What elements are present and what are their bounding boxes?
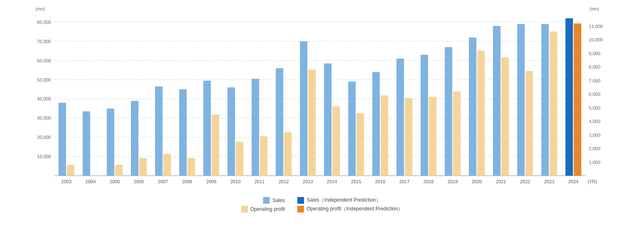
svg-text:7,000: 7,000 — [589, 78, 601, 83]
svg-text:(YR): (YR) — [588, 179, 597, 184]
svg-rect-42 — [155, 87, 163, 176]
svg-text:40,000: 40,000 — [37, 96, 51, 101]
svg-rect-34 — [83, 111, 90, 176]
svg-text:2021: 2021 — [496, 179, 506, 184]
svg-rect-32 — [67, 165, 74, 176]
legend-profit-label: Operating profit — [250, 206, 285, 212]
legend-profit-pred-box — [297, 206, 304, 213]
svg-rect-66 — [348, 82, 356, 176]
svg-text:20,000: 20,000 — [37, 135, 51, 140]
svg-rect-31 — [59, 103, 66, 176]
svg-rect-37 — [115, 165, 123, 176]
svg-rect-48 — [203, 81, 211, 176]
svg-text:2008: 2008 — [182, 179, 192, 184]
svg-text:2010: 2010 — [230, 179, 240, 184]
legend-sales-pred: Sales（Independent Prediction） — [297, 197, 381, 204]
legend-sales: Sales — [263, 197, 285, 204]
svg-rect-82 — [477, 51, 485, 176]
svg-text:2005: 2005 — [110, 179, 120, 184]
svg-text:3,000: 3,000 — [589, 133, 601, 138]
svg-rect-52 — [236, 142, 243, 176]
svg-text:2017: 2017 — [399, 179, 409, 184]
svg-text:60,000: 60,000 — [37, 58, 51, 63]
svg-text:5,000: 5,000 — [589, 105, 601, 110]
svg-rect-72 — [396, 59, 404, 176]
svg-text:2014: 2014 — [327, 179, 337, 184]
svg-text:1,000: 1,000 — [589, 160, 601, 165]
svg-rect-39 — [131, 101, 138, 176]
svg-rect-70 — [381, 95, 388, 176]
legend-sales-pred-box — [297, 197, 304, 204]
svg-text:2018: 2018 — [424, 179, 434, 184]
svg-rect-73 — [405, 98, 412, 176]
svg-rect-75 — [421, 55, 428, 176]
svg-text:2,000: 2,000 — [589, 146, 601, 151]
chart-container: 80,00070,00060,00050,00040,00030,00020,0… — [0, 0, 644, 251]
svg-rect-79 — [453, 92, 461, 176]
svg-text:2015: 2015 — [351, 179, 361, 184]
svg-rect-55 — [260, 136, 268, 176]
svg-rect-85 — [501, 57, 509, 176]
svg-text:9,000: 9,000 — [589, 51, 601, 56]
svg-rect-60 — [300, 41, 307, 176]
svg-text:2004: 2004 — [85, 179, 95, 184]
svg-rect-43 — [164, 154, 171, 176]
svg-text:(mn): (mn) — [36, 6, 45, 11]
svg-text:8,000: 8,000 — [589, 64, 601, 69]
svg-rect-69 — [372, 72, 380, 176]
svg-rect-64 — [332, 106, 340, 176]
svg-rect-94 — [574, 23, 581, 176]
svg-rect-90 — [541, 24, 549, 176]
svg-rect-61 — [308, 70, 316, 176]
svg-rect-45 — [179, 90, 187, 176]
svg-rect-88 — [526, 71, 533, 176]
svg-rect-91 — [549, 32, 557, 176]
svg-text:2022: 2022 — [520, 179, 530, 184]
legend-sales-label: Sales — [272, 197, 285, 203]
svg-text:2011: 2011 — [254, 179, 264, 184]
legend-row2: Operating profit Operating profit（Indepe… — [33, 205, 611, 213]
svg-rect-63 — [324, 64, 332, 176]
svg-text:10,000: 10,000 — [589, 37, 603, 42]
svg-text:30,000: 30,000 — [37, 115, 51, 120]
legend-profit: Operating profit — [241, 206, 285, 213]
svg-rect-46 — [188, 158, 195, 176]
legend-sales-box — [263, 197, 270, 204]
svg-text:70,000: 70,000 — [37, 39, 51, 44]
svg-text:6,000: 6,000 — [589, 92, 601, 97]
svg-rect-54 — [252, 79, 259, 176]
legend-profit-box — [241, 206, 248, 213]
svg-text:2003: 2003 — [61, 179, 72, 184]
svg-rect-51 — [227, 87, 235, 176]
legend-profit-pred: Operating profit（Independent Prediction） — [297, 205, 403, 213]
svg-text:2007: 2007 — [158, 179, 168, 184]
chart-svg: 80,00070,00060,00050,00040,00030,00020,0… — [33, 8, 611, 188]
svg-rect-93 — [565, 18, 573, 176]
legend: Sales Sales（Independent Prediction） — [33, 197, 611, 204]
svg-rect-78 — [445, 47, 452, 176]
svg-text:2023: 2023 — [544, 179, 554, 184]
svg-text:2019: 2019 — [447, 179, 457, 184]
svg-text:2012: 2012 — [279, 179, 289, 184]
svg-rect-57 — [276, 68, 283, 176]
svg-text:11,000: 11,000 — [589, 24, 603, 29]
svg-text:2009: 2009 — [206, 179, 216, 184]
svg-text:80,000: 80,000 — [37, 20, 51, 25]
svg-rect-76 — [429, 97, 437, 176]
svg-text:2006: 2006 — [134, 179, 144, 184]
svg-rect-36 — [107, 108, 114, 176]
svg-text:2024: 2024 — [568, 179, 578, 184]
svg-rect-58 — [284, 132, 291, 176]
svg-text:4,000: 4,000 — [589, 119, 601, 124]
svg-text:2016: 2016 — [375, 179, 385, 184]
chart-area: 80,00070,00060,00050,00040,00030,00020,0… — [33, 8, 611, 188]
svg-rect-87 — [517, 24, 525, 176]
legend-sales-pred-label: Sales（Independent Prediction） — [307, 197, 381, 204]
svg-rect-84 — [493, 26, 501, 176]
svg-text:(mn): (mn) — [590, 6, 599, 11]
svg-text:50,000: 50,000 — [37, 77, 51, 82]
svg-text:10,000: 10,000 — [37, 154, 51, 159]
svg-rect-67 — [357, 113, 364, 176]
svg-rect-49 — [212, 115, 219, 176]
svg-text:2013: 2013 — [303, 179, 313, 184]
